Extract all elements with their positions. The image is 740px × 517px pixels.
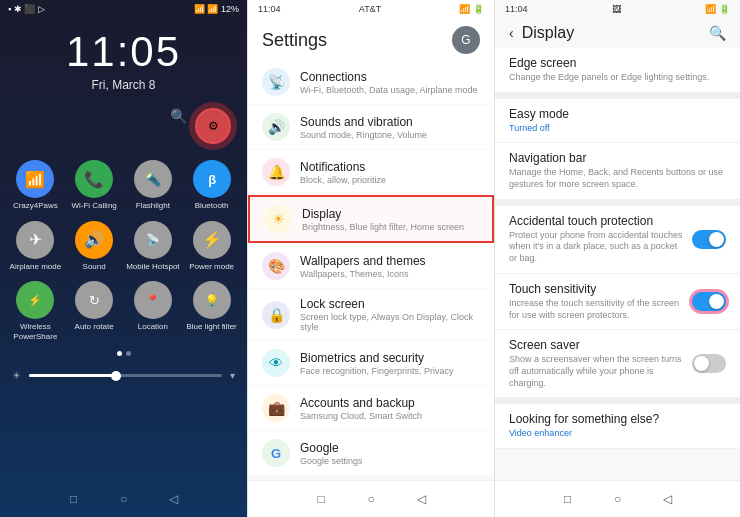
display-icon: ☀ (264, 205, 292, 233)
display-item-nav-bar[interactable]: Navigation bar Manage the Home, Back, an… (495, 143, 740, 199)
dot-indicator (0, 351, 247, 356)
google-subtitle: Google settings (300, 456, 480, 466)
app-power[interactable]: ⚡ Power mode (184, 221, 239, 272)
app-label-rotate: Auto rotate (75, 322, 114, 332)
wallpapers-subtitle: Wallpapers, Themes, Icons (300, 269, 480, 279)
app-label-bluelight: Blue light filter (187, 322, 237, 332)
nav-home-3[interactable]: ○ (608, 489, 628, 509)
nav-square[interactable]: □ (64, 489, 84, 509)
settings-panel: 11:04 AT&T 📶 🔋 Settings G 📡 Connections … (247, 0, 494, 517)
connections-icon: 📡 (262, 68, 290, 96)
app-icon-sound: 🔊 (75, 221, 113, 259)
app-sound[interactable]: 🔊 Sound (67, 221, 122, 272)
nav-square-3[interactable]: □ (558, 489, 578, 509)
app-wireless-share[interactable]: ⚡ Wireless PowerShare (8, 281, 63, 341)
app-location[interactable]: 📍 Location (126, 281, 181, 341)
touch-sensitivity-toggle-knob (709, 294, 724, 309)
app-hotspot[interactable]: 📡 Mobile Hotspot (126, 221, 181, 272)
settings-item-accounts[interactable]: 💼 Accounts and backup Samsung Cloud, Sma… (248, 386, 494, 430)
screen-saver-toggle[interactable] (692, 354, 726, 373)
app-bluelight[interactable]: 💡 Blue light filter (184, 281, 239, 341)
accidental-touch-toggle-knob (709, 232, 724, 247)
nav-back-2[interactable]: ◁ (411, 489, 431, 509)
nav-home-2[interactable]: ○ (361, 489, 381, 509)
accidental-touch-subtitle: Protect your phone from accidental touch… (509, 230, 684, 265)
settings-item-lockscreen[interactable]: 🔒 Lock screen Screen lock type, Always O… (248, 289, 494, 340)
nav-home[interactable]: ○ (114, 489, 134, 509)
app-wifi-calling[interactable]: 📞 Wi-Fi Calling (67, 160, 122, 211)
settings-item-sounds[interactable]: 🔊 Sounds and vibration Sound mode, Ringt… (248, 105, 494, 149)
profile-letter: G (461, 33, 470, 47)
settings-item-google[interactable]: G Google Google settings (248, 431, 494, 475)
display-item-edge-screen[interactable]: Edge screen Change the Edge panels or Ed… (495, 48, 740, 93)
brightness-slider[interactable] (29, 374, 222, 377)
display-settings-panel: 11:04 🖼 📶 🔋 ‹ Display 🔍 Edge screen Chan… (494, 0, 740, 517)
display-subtitle: Brightness, Blue light filter, Home scre… (302, 222, 478, 232)
search-icon[interactable]: 🔍 (170, 108, 187, 144)
settings-item-notifications[interactable]: 🔔 Notifications Block, allow, prioritize (248, 150, 494, 194)
display-text: Display Brightness, Blue light filter, H… (302, 207, 478, 232)
app-label-airplane: Airplane mode (10, 262, 62, 272)
settings-title: Settings (262, 30, 327, 51)
status-time-2: 11:04 (258, 4, 281, 14)
app-label-sound: Sound (83, 262, 106, 272)
wallpapers-title: Wallpapers and themes (300, 254, 480, 268)
settings-item-wallpapers[interactable]: 🎨 Wallpapers and themes Wallpapers, Them… (248, 244, 494, 288)
lockscreen-icon: 🔒 (262, 301, 290, 329)
edge-screen-subtitle: Change the Edge panels or Edge lighting … (509, 72, 726, 84)
status-icons-2: 📶 🔋 (459, 4, 484, 14)
touch-sensitivity-toggle[interactable] (692, 292, 726, 311)
app-label-bluetooth: Bluetooth (195, 201, 229, 211)
accounts-text: Accounts and backup Samsung Cloud, Smart… (300, 396, 480, 421)
sounds-subtitle: Sound mode, Ringtone, Volume (300, 130, 480, 140)
sounds-text: Sounds and vibration Sound mode, Rington… (300, 115, 480, 140)
settings-item-connections[interactable]: 📡 Connections Wi-Fi, Bluetooth, Data usa… (248, 60, 494, 104)
dot-1 (117, 351, 122, 356)
lock-clock: 11:05 Fri, March 8 (0, 28, 247, 92)
gear-icon: ⚙ (208, 119, 219, 133)
expand-icon[interactable]: ▾ (230, 370, 235, 381)
nav-square-2[interactable]: □ (311, 489, 331, 509)
accidental-touch-toggle[interactable] (692, 230, 726, 249)
gear-button[interactable]: ⚙ (195, 108, 231, 144)
display-item-screen-saver[interactable]: Screen saver Show a screensaver when the… (495, 330, 740, 398)
display-search-icon[interactable]: 🔍 (709, 25, 726, 41)
display-header: ‹ Display 🔍 (495, 18, 740, 48)
app-rotate[interactable]: ↻ Auto rotate (67, 281, 122, 341)
app-icon-hotspot: 📡 (134, 221, 172, 259)
clock-time: 11:05 (0, 28, 247, 76)
display-settings-list: Edge screen Change the Edge panels or Ed… (495, 48, 740, 480)
app-bluetooth[interactable]: β Bluetooth (184, 160, 239, 211)
looking-title: Looking for something else? (509, 412, 726, 426)
connections-title: Connections (300, 70, 480, 84)
display-item-touch-sensitivity[interactable]: Touch sensitivity Increase the touch sen… (495, 274, 740, 330)
display-item-easy-mode[interactable]: Easy mode Turned off (495, 99, 740, 144)
notifications-subtitle: Block, allow, prioritize (300, 175, 480, 185)
notifications-icon: 🔔 (262, 158, 290, 186)
app-grid-row3: ⚡ Wireless PowerShare ↻ Auto rotate 📍 Lo… (0, 277, 247, 345)
display-item-accidental-touch[interactable]: Accidental touch protection Protect your… (495, 206, 740, 274)
video-enhancer-link[interactable]: Video enhancer (509, 428, 726, 440)
app-icon-airplane: ✈ (16, 221, 54, 259)
lockscreen-title: Lock screen (300, 297, 480, 311)
screen-saver-subtitle: Show a screensaver when the screen turns… (509, 354, 684, 389)
notifications-title: Notifications (300, 160, 480, 174)
app-airplane[interactable]: ✈ Airplane mode (8, 221, 63, 272)
nav-bar-2: □ ○ ◁ (248, 480, 494, 517)
settings-item-biometrics[interactable]: 👁 Biometrics and security Face recogniti… (248, 341, 494, 385)
app-crazy4paws[interactable]: 📶 Crazy4Paws (8, 160, 63, 211)
back-button[interactable]: ‹ (509, 25, 514, 41)
app-flashlight[interactable]: 🔦 Flashlight (126, 160, 181, 211)
nav-back-3[interactable]: ◁ (658, 489, 678, 509)
accounts-subtitle: Samsung Cloud, Smart Switch (300, 411, 480, 421)
biometrics-icon: 👁 (262, 349, 290, 377)
status-right-icons: 📶 📶 12% (194, 4, 239, 14)
display-page-title: Display (522, 24, 574, 42)
nav-back[interactable]: ◁ (164, 489, 184, 509)
settings-item-display[interactable]: ☀ Display Brightness, Blue light filter,… (248, 195, 494, 243)
status-carrier: AT&T (359, 4, 381, 14)
app-label-wireless: Wireless PowerShare (8, 322, 63, 341)
brightness-bar[interactable]: ☀ ▾ (0, 364, 247, 387)
wallpapers-icon: 🎨 (262, 252, 290, 280)
settings-profile-icon[interactable]: G (452, 26, 480, 54)
